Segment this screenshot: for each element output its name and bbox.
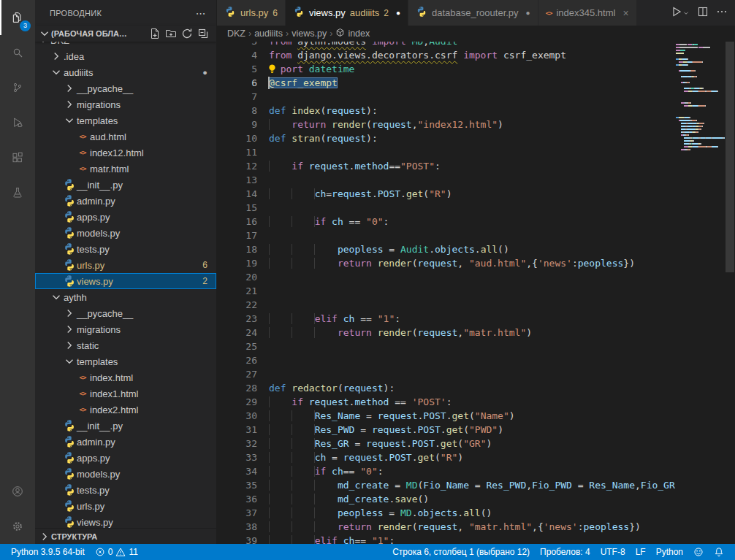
code-line-content[interactable]: ch=request.POST.get("R") bbox=[269, 187, 452, 201]
tree-item-static[interactable]: static bbox=[35, 337, 216, 353]
code-line-content[interactable]: return render(request, "aud.html",{'news… bbox=[269, 256, 635, 270]
activitybar-settings[interactable] bbox=[0, 509, 35, 544]
search-icon bbox=[12, 47, 23, 58]
code-line-content[interactable]: md_create = MD(Fio_Name = Res_PWD,Fio_PW… bbox=[269, 478, 676, 492]
new-file-button[interactable] bbox=[149, 28, 161, 39]
code-line-content[interactable]: return render(request,"index12.html") bbox=[269, 118, 503, 131]
outline-section-header[interactable]: СТРУКТУРА bbox=[35, 528, 216, 544]
activitybar-explorer[interactable]: 3 bbox=[0, 0, 35, 35]
account-icon bbox=[12, 486, 23, 497]
breadcrumb-item-views-py[interactable]: views.py bbox=[292, 28, 327, 39]
breadcrumb-item-index[interactable]: index bbox=[335, 28, 370, 39]
code-line-content[interactable]: from aythh.models import MD,Audit bbox=[269, 42, 457, 48]
code-line-content[interactable]: if request.method=="POST": bbox=[269, 159, 441, 173]
scrollbar-slider[interactable] bbox=[726, 42, 734, 272]
tree-item-index12-html[interactable]: <>index12.html bbox=[35, 145, 216, 161]
breadcrumb-item-audiiits[interactable]: audiiits bbox=[254, 28, 283, 39]
code-line-content[interactable]: @csrf_exempt bbox=[269, 76, 338, 90]
tree-item-matr-html[interactable]: <>matr.html bbox=[35, 161, 216, 177]
code-line-content[interactable]: import datetime bbox=[269, 62, 354, 76]
status-indentation[interactable]: Пробелов: 4 bbox=[535, 544, 595, 560]
tree-item-index1-html[interactable]: <>index1.html bbox=[35, 386, 216, 402]
tree-item-urls-py[interactable]: urls.py6 bbox=[35, 257, 216, 273]
minimap[interactable] bbox=[676, 42, 725, 544]
status-notifications[interactable] bbox=[709, 544, 729, 560]
tree-item-aud-html[interactable]: <>aud.html bbox=[35, 129, 216, 145]
tree-item-admin-py[interactable]: admin.py bbox=[35, 434, 216, 450]
status-problems[interactable]: 011 bbox=[90, 544, 143, 560]
code-editor[interactable]: 3from aythh.models import MD,Audit4from … bbox=[217, 42, 735, 544]
status-encoding[interactable]: UTF-8 bbox=[595, 544, 631, 560]
code-line-content[interactable]: if ch == "0": bbox=[269, 215, 389, 229]
code-line-content[interactable]: def index(request): bbox=[269, 104, 378, 118]
tree-item-templates[interactable]: templates bbox=[35, 112, 216, 129]
activitybar-testing[interactable] bbox=[0, 175, 35, 210]
tree-item-aythh[interactable]: aythh bbox=[35, 289, 216, 305]
code-area[interactable]: 3from aythh.models import MD,Audit4from … bbox=[217, 42, 676, 544]
tree-item-migrations[interactable]: migrations bbox=[35, 96, 216, 112]
breadcrumb-item-dkz[interactable]: DKZ bbox=[227, 28, 245, 39]
activitybar-source-control[interactable] bbox=[0, 70, 35, 105]
tree-item-apps-py[interactable]: apps.py bbox=[35, 450, 216, 466]
code-line-content[interactable]: Res_PWD = request.POST.get("PWD") bbox=[269, 423, 503, 437]
tree-item-pycache[interactable]: __pycache__ bbox=[35, 80, 216, 96]
code-line-content[interactable]: return render(request, "matr.html",{'new… bbox=[269, 520, 641, 534]
new-folder-button[interactable] bbox=[165, 28, 177, 39]
activitybar-run-and-debug[interactable] bbox=[0, 105, 35, 140]
activitybar-account[interactable] bbox=[0, 474, 35, 509]
tree-item-models-py[interactable]: models.py bbox=[35, 225, 216, 241]
tree-item-urls-py[interactable]: urls.py bbox=[35, 498, 216, 514]
code-line-content[interactable]: elif ch == "1": bbox=[269, 312, 400, 326]
status-language-mode[interactable]: Python bbox=[651, 544, 688, 560]
code-line-content[interactable]: return render(request,"matr.html") bbox=[269, 326, 532, 340]
status-python-interpreter[interactable]: Python 3.9.5 64-bit bbox=[6, 544, 90, 560]
status-cursor-position[interactable]: Строка 6, столбец 1 (выбрано 12) bbox=[387, 544, 535, 560]
split-editor-button[interactable] bbox=[697, 6, 709, 20]
tab-views-py[interactable]: views.pyaudiiits2● bbox=[286, 0, 408, 26]
code-line-content[interactable]: if request.method == 'POST': bbox=[269, 395, 452, 409]
chevron-down-icon bbox=[38, 27, 51, 40]
tree-item-init-py[interactable]: __init__.py bbox=[35, 418, 216, 434]
tree-item-index-html[interactable]: <>index.html bbox=[35, 369, 216, 386]
tree-item-idea[interactable]: .idea bbox=[35, 48, 216, 64]
explorer-more-actions-button[interactable]: ⋯ bbox=[196, 7, 206, 19]
tree-item-apps-py[interactable]: apps.py bbox=[35, 209, 216, 225]
tree-item-migrations[interactable]: migrations bbox=[35, 321, 216, 337]
code-line-content[interactable]: def redactor(request): bbox=[269, 381, 395, 395]
code-line-content[interactable]: peopless = Audit.objects.all() bbox=[269, 242, 509, 256]
tab-database-roouter-py[interactable]: database_roouter.py● bbox=[408, 0, 538, 26]
activitybar-extensions[interactable] bbox=[0, 140, 35, 175]
tree-item-tests-py[interactable]: tests.py bbox=[35, 482, 216, 498]
close-icon[interactable]: × bbox=[622, 7, 628, 19]
tree-item-dkz[interactable]: DKZ bbox=[35, 42, 216, 48]
code-line-content[interactable]: peopless = MD.objects.all() bbox=[269, 506, 492, 520]
code-line-content[interactable]: ch = request.POST.get("R") bbox=[269, 450, 463, 464]
tree-item-templates[interactable]: templates bbox=[35, 353, 216, 369]
code-line-content[interactable]: elif ch== "1": bbox=[269, 534, 395, 544]
code-line-content[interactable]: def stran(request): bbox=[269, 131, 378, 145]
code-line-content[interactable]: Res_Name = request.POST.get("Name") bbox=[269, 409, 515, 423]
tree-item-init-py[interactable]: __init__.py bbox=[35, 177, 216, 193]
tree-item-models-py[interactable]: models.py bbox=[35, 466, 216, 482]
workspace-section-header[interactable]: (РАБОЧАЯ ОБЛАСТЬ) ... bbox=[35, 26, 216, 42]
status-feedback[interactable] bbox=[688, 544, 709, 560]
tab-index345-html[interactable]: <>index345.html× bbox=[538, 0, 637, 26]
tree-item-tests-py[interactable]: tests.py bbox=[35, 241, 216, 257]
tree-item-views-py[interactable]: views.py2 bbox=[35, 273, 216, 289]
code-line-content[interactable]: from django.views.decorators.csrf import… bbox=[269, 48, 566, 62]
run-python-file-button[interactable] bbox=[671, 6, 690, 20]
refresh-button[interactable] bbox=[181, 28, 193, 39]
tree-item-index2-html[interactable]: <>index2.html bbox=[35, 402, 216, 418]
tree-item-admin-py[interactable]: admin.py bbox=[35, 193, 216, 209]
activitybar-search[interactable] bbox=[0, 35, 35, 70]
tree-item-pycache[interactable]: __pycache__ bbox=[35, 305, 216, 321]
more-actions-button[interactable] bbox=[716, 6, 728, 20]
tree-item-views-py[interactable]: views.py bbox=[35, 514, 216, 528]
tree-item-audiiits[interactable]: audiiits● bbox=[35, 64, 216, 80]
code-line-content[interactable]: Res_GR = request.POST.get("GR") bbox=[269, 437, 492, 450]
code-line-content[interactable]: if ch== "0": bbox=[269, 464, 384, 478]
tab-urls-py[interactable]: urls.py6 bbox=[217, 0, 286, 26]
collapse-all-button[interactable] bbox=[197, 28, 209, 39]
status-eol[interactable]: LF bbox=[631, 544, 651, 560]
code-line-content[interactable]: md_create.save() bbox=[269, 492, 429, 506]
